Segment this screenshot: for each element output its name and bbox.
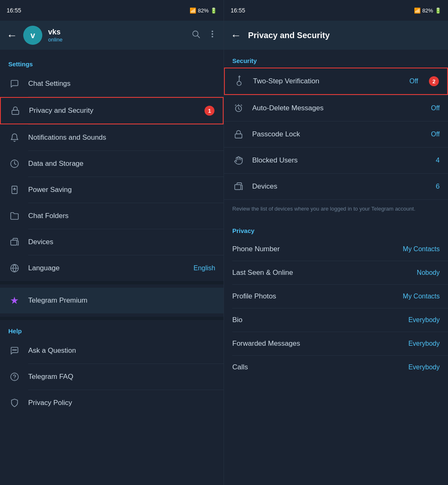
right-time: 16:55 <box>231 7 245 14</box>
step-badge-2: 2 <box>429 76 439 86</box>
privacy-security-label: Privacy and Security <box>29 107 197 115</box>
data-storage-label: Data and Storage <box>28 160 215 168</box>
svg-rect-9 <box>11 240 17 245</box>
bio-value: Everybody <box>408 316 440 324</box>
forwarded-messages-value: Everybody <box>408 340 440 347</box>
right-devices-value: 6 <box>436 182 440 191</box>
ask-question-label: Ask a Question <box>28 347 215 355</box>
sidebar-item-devices[interactable]: Devices <box>0 229 224 255</box>
sidebar-item-notifications[interactable]: Notifications and Sounds <box>0 125 224 150</box>
blocked-users-value: 4 <box>436 156 440 165</box>
sidebar-item-faq[interactable]: Telegram FAQ <box>0 364 224 390</box>
sidebar-item-premium[interactable]: ★ Telegram Premium <box>0 288 224 313</box>
devices-hint: Review the list of devices where you are… <box>224 199 448 220</box>
left-back-button[interactable]: ← <box>7 29 17 42</box>
power-saving-wrapper: Power Saving <box>0 177 224 203</box>
language-value: English <box>194 264 215 272</box>
notifications-label: Notifications and Sounds <box>28 133 215 142</box>
timer-icon <box>232 102 245 114</box>
privacy-policy-wrapper: Privacy Policy <box>0 390 224 416</box>
help-section-title: Help <box>0 320 224 338</box>
language-label: Language <box>28 264 186 272</box>
section-divider-2 <box>0 317 224 320</box>
right-panel-title: Privacy and Security <box>248 31 330 40</box>
sidebar-item-ask-question[interactable]: Ask a Question <box>0 338 224 364</box>
settings-section-title: Settings <box>0 53 224 71</box>
faq-label: Telegram FAQ <box>28 373 215 381</box>
right-battery-icon: 🔋 <box>435 7 441 14</box>
blocked-users-label: Blocked Users <box>252 156 429 165</box>
ask-question-wrapper: Ask a Question <box>0 338 224 364</box>
passcode-wrapper: Passcode Lock Off <box>224 121 448 148</box>
phone-number-item[interactable]: Phone Number My Contacts <box>224 238 448 261</box>
forwarded-messages-label: Forwarded Messages <box>232 340 408 348</box>
clock-icon <box>8 158 21 170</box>
user-status: online <box>48 36 185 43</box>
hand-icon <box>232 154 245 167</box>
passcode-label: Passcode Lock <box>252 130 424 138</box>
last-seen-label: Last Seen & Online <box>232 269 417 277</box>
calls-item[interactable]: Calls Everybody <box>224 356 448 379</box>
chat-folders-wrapper: Chat Folders <box>0 203 224 229</box>
auto-delete-item[interactable]: Auto-Delete Messages Off <box>224 95 448 121</box>
passcode-lock-item[interactable]: Passcode Lock Off <box>224 121 448 147</box>
blocked-wrapper: Blocked Users 4 <box>224 148 448 174</box>
right-devices-item[interactable]: Devices 6 <box>224 174 448 199</box>
svg-point-3 <box>212 34 213 34</box>
power-icon <box>8 184 21 196</box>
last-seen-item[interactable]: Last Seen & Online Nobody <box>224 261 448 284</box>
right-devices-wrapper: Devices 6 <box>224 174 448 199</box>
step-badge-1: 1 <box>205 106 214 116</box>
blocked-users-item[interactable]: Blocked Users 4 <box>224 148 448 173</box>
auto-delete-wrapper: Auto-Delete Messages Off <box>224 95 448 121</box>
right-devices-icon <box>232 180 245 193</box>
right-content: Security Two-Step Verification Off 2 Aut… <box>224 50 448 485</box>
left-time: 16:55 <box>7 7 21 14</box>
svg-point-13 <box>12 349 13 350</box>
bio-label: Bio <box>232 316 408 324</box>
svg-point-2 <box>212 31 213 32</box>
auto-delete-label: Auto-Delete Messages <box>252 104 424 112</box>
left-top-bar: ← v vks online <box>0 21 224 50</box>
user-name: vks <box>48 28 185 36</box>
wifi-icon: 📶 <box>190 7 196 14</box>
question-icon <box>8 371 21 383</box>
svg-rect-23 <box>235 134 242 138</box>
devices-icon <box>8 236 21 248</box>
passcode-icon <box>232 128 245 141</box>
calls-label: Calls <box>232 363 408 371</box>
chat-settings-wrapper: Chat Settings <box>0 71 224 97</box>
shield-icon <box>8 397 21 409</box>
key-icon <box>233 75 246 87</box>
user-info: vks online <box>48 28 185 43</box>
search-button[interactable] <box>191 29 200 41</box>
sidebar-item-language[interactable]: Language English <box>0 255 224 281</box>
section-divider <box>0 281 224 284</box>
sidebar-item-privacy-security[interactable]: Privacy and Security 1 <box>0 97 224 124</box>
privacy-security-wrapper: Privacy and Security 1 <box>0 97 224 125</box>
folder-icon <box>8 210 21 222</box>
svg-line-18 <box>236 76 242 81</box>
svg-point-15 <box>11 373 18 381</box>
sidebar-item-chat-folders[interactable]: Chat Folders <box>0 203 224 229</box>
forwarded-messages-item[interactable]: Forwarded Messages Everybody <box>224 332 448 355</box>
left-devices-wrapper: Devices <box>0 229 224 255</box>
right-back-button[interactable]: ← <box>231 29 241 42</box>
sidebar-item-power-saving[interactable]: Power Saving <box>0 177 224 203</box>
right-panel: 16:55 📶 82% 🔋 ← Privacy and Security Sec… <box>224 0 448 485</box>
sidebar-item-chat-settings[interactable]: Chat Settings <box>0 71 224 97</box>
two-step-verification-item[interactable]: Two-Step Verification Off 2 <box>224 68 448 95</box>
svg-line-1 <box>197 36 200 38</box>
sidebar-item-privacy-policy[interactable]: Privacy Policy <box>0 390 224 416</box>
left-panel: 16:55 📶 82% 🔋 ← v vks online Settings <box>0 0 224 485</box>
top-bar-actions <box>191 29 217 41</box>
last-seen-value: Nobody <box>417 269 440 276</box>
more-menu-button[interactable] <box>208 29 217 41</box>
right-devices-label: Devices <box>252 182 429 191</box>
premium-label: Telegram Premium <box>28 296 215 305</box>
bio-item[interactable]: Bio Everybody <box>224 308 448 332</box>
sidebar-item-data-storage[interactable]: Data and Storage <box>0 151 224 177</box>
calls-value: Everybody <box>408 364 440 371</box>
profile-photos-item[interactable]: Profile Photos My Contacts <box>224 285 448 308</box>
phone-number-label: Phone Number <box>232 245 403 253</box>
